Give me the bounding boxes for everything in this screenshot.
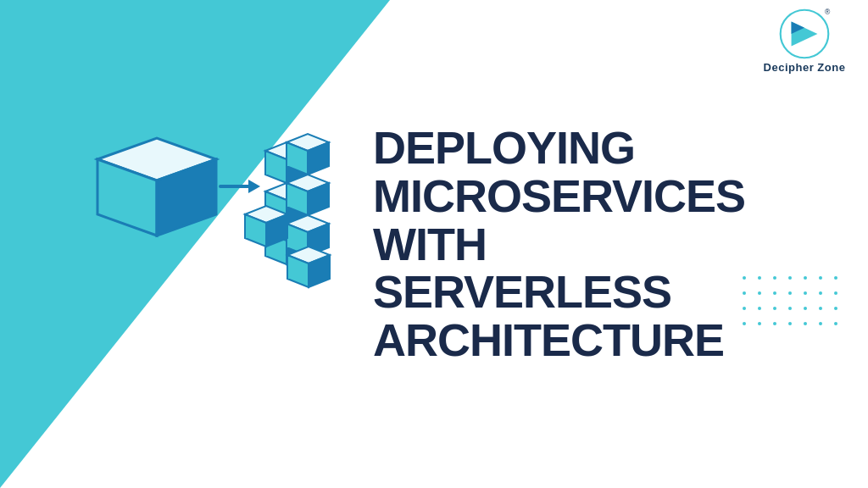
dot bbox=[743, 322, 746, 325]
dot bbox=[773, 322, 776, 325]
dot-grid-decoration bbox=[743, 276, 843, 330]
microservices-illustration bbox=[47, 108, 335, 380]
dot bbox=[773, 307, 776, 310]
heading-line5: ARCHITECTURE bbox=[373, 314, 724, 365]
dot bbox=[788, 291, 792, 295]
dot bbox=[834, 322, 837, 325]
dot bbox=[834, 276, 837, 280]
heading-line1: DEPLOYING bbox=[373, 122, 635, 173]
heading-line2: MICROSERVICES bbox=[373, 170, 745, 221]
dot bbox=[788, 307, 792, 310]
dot bbox=[804, 276, 807, 280]
heading-line4: SERVERLESS bbox=[373, 266, 671, 317]
dot bbox=[819, 322, 822, 325]
dot bbox=[804, 291, 807, 295]
dot bbox=[773, 276, 776, 280]
dot bbox=[743, 276, 746, 280]
dot bbox=[788, 322, 792, 325]
dot bbox=[743, 307, 746, 310]
dot bbox=[804, 322, 807, 325]
dot bbox=[758, 291, 761, 295]
svg-marker-8 bbox=[248, 180, 260, 193]
dot bbox=[819, 276, 822, 280]
dot bbox=[743, 291, 746, 295]
main-content: DEPLOYING MICROSERVICES WITH SERVERLESS … bbox=[0, 0, 868, 488]
dot bbox=[804, 307, 807, 310]
heading-line3: WITH bbox=[373, 219, 487, 269]
dot bbox=[758, 276, 761, 280]
dot bbox=[758, 307, 761, 310]
dot bbox=[819, 291, 822, 295]
dot bbox=[788, 276, 792, 280]
dot bbox=[834, 291, 837, 295]
illustration-area bbox=[0, 0, 356, 488]
dot bbox=[819, 307, 822, 310]
dot bbox=[758, 322, 761, 325]
text-area: DEPLOYING MICROSERVICES WITH SERVERLESS … bbox=[356, 107, 868, 380]
dot bbox=[834, 307, 837, 310]
dot bbox=[773, 291, 776, 295]
